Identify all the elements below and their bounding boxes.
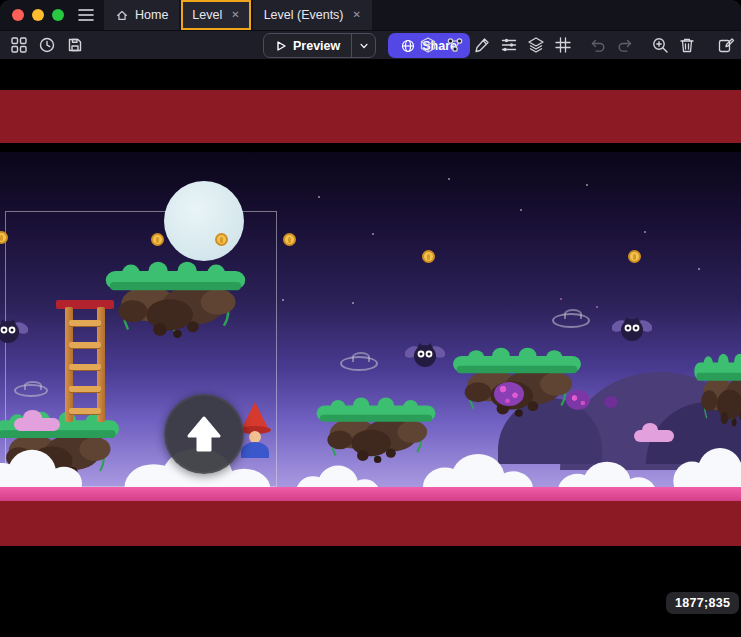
ladder-rung [69, 364, 101, 370]
minimize-window-button[interactable] [32, 9, 44, 21]
zoom-button[interactable] [649, 34, 671, 56]
preview-split-button[interactable]: Preview [263, 33, 376, 58]
play-icon [275, 40, 287, 52]
owl-enemy-object[interactable] [612, 314, 652, 344]
ladder-object[interactable] [60, 300, 110, 422]
grid-icon [554, 36, 572, 54]
owl-enemy-object[interactable] [0, 316, 28, 346]
grass-platform[interactable] [98, 260, 253, 344]
tab-close-icon[interactable]: ✕ [231, 10, 239, 20]
history-button[interactable] [36, 34, 58, 56]
star [520, 209, 522, 211]
groups-icon [446, 36, 464, 54]
groups-editor-button[interactable] [444, 34, 466, 56]
objects-editor-button[interactable] [417, 34, 439, 56]
window-controls [0, 9, 64, 21]
layers-icon [527, 36, 545, 54]
touch-up-arrow-button-object[interactable] [164, 394, 244, 474]
toolbar-right-group [417, 34, 737, 56]
undo-icon [589, 36, 607, 54]
tab-label: Level [192, 8, 222, 22]
tab-label: Home [135, 8, 168, 22]
ladder-rung [69, 342, 101, 348]
pencil-icon [473, 36, 491, 54]
star [448, 178, 450, 180]
grid-button[interactable] [552, 34, 574, 56]
title-bar: Home Level ✕ Level (Events) ✕ [0, 0, 741, 30]
scene-edit-button[interactable] [715, 34, 737, 56]
ladder-rung [69, 386, 101, 392]
toolbar-left-group [8, 34, 86, 56]
ladder-rung [69, 408, 101, 414]
coin-object[interactable] [628, 250, 641, 263]
star [282, 299, 284, 301]
star [644, 231, 646, 233]
star [372, 233, 374, 235]
undo-button[interactable] [587, 34, 609, 56]
close-window-button[interactable] [12, 9, 24, 21]
coin-object[interactable] [422, 250, 435, 263]
delete-button[interactable] [676, 34, 698, 56]
preview-options-button[interactable] [352, 34, 375, 57]
zoom-in-icon [651, 36, 669, 54]
tab-level-events[interactable]: Level (Events) ✕ [253, 0, 372, 30]
app-window: Home Level ✕ Level (Events) ✕ [0, 0, 741, 637]
ufo-outline-object[interactable] [552, 313, 590, 328]
preview-button[interactable]: Preview [264, 34, 351, 57]
tab-label: Level (Events) [264, 8, 344, 22]
instances-list-button[interactable] [498, 34, 520, 56]
pink-cloud-object[interactable] [14, 418, 60, 431]
owl-enemy-object[interactable] [405, 340, 445, 370]
chevron-down-icon [359, 41, 369, 51]
main-menu-button[interactable] [78, 8, 94, 22]
scene-edit-icon [717, 36, 735, 54]
project-manager-button[interactable] [8, 34, 30, 56]
home-icon [115, 8, 129, 22]
grass-platform[interactable] [690, 352, 741, 432]
coin-object[interactable] [151, 233, 164, 246]
tab-close-icon[interactable]: ✕ [353, 10, 361, 20]
up-arrow-icon [187, 416, 221, 452]
save-icon [66, 36, 84, 54]
redo-icon [616, 36, 634, 54]
star [352, 302, 354, 304]
cursor-coordinates-badge: 1877;835 [666, 592, 739, 614]
purple-bush-object[interactable] [494, 382, 524, 406]
tab-home[interactable]: Home [104, 0, 179, 30]
ladder-rung [69, 320, 101, 326]
purple-bush-object[interactable] [604, 396, 618, 408]
maximize-window-button[interactable] [52, 9, 64, 21]
star [586, 184, 588, 186]
scene-canvas[interactable]: 1877;835 [0, 0, 741, 637]
hamburger-icon [78, 8, 94, 22]
tab-level[interactable]: Level ✕ [181, 0, 250, 30]
star [596, 306, 598, 308]
tab-bar: Home Level ✕ Level (Events) ✕ [104, 0, 374, 30]
toolbar: Preview Share [0, 30, 741, 59]
edit-button[interactable] [471, 34, 493, 56]
coin-object[interactable] [283, 233, 296, 246]
moon-object[interactable] [164, 181, 244, 261]
save-button[interactable] [64, 34, 86, 56]
star [560, 298, 562, 300]
pink-ground-strip-object[interactable] [0, 487, 741, 501]
trash-icon [678, 36, 696, 54]
pink-cloud-object[interactable] [634, 430, 674, 442]
purple-bush-object[interactable] [566, 390, 590, 410]
coin-object[interactable] [215, 233, 228, 246]
star [698, 268, 700, 270]
instances-list-icon [500, 36, 518, 54]
ufo-outline-object[interactable] [14, 384, 48, 397]
ufo-outline-object[interactable] [340, 356, 378, 371]
preview-label: Preview [293, 39, 340, 53]
bottom-red-band-object[interactable] [0, 501, 741, 546]
globe-icon [401, 39, 415, 53]
layers-editor-button[interactable] [525, 34, 547, 56]
star [318, 196, 320, 198]
top-red-band-object[interactable] [0, 90, 741, 143]
project-manager-icon [10, 36, 28, 54]
redo-button[interactable] [614, 34, 636, 56]
history-icon [38, 36, 56, 54]
objects-icon [419, 36, 437, 54]
